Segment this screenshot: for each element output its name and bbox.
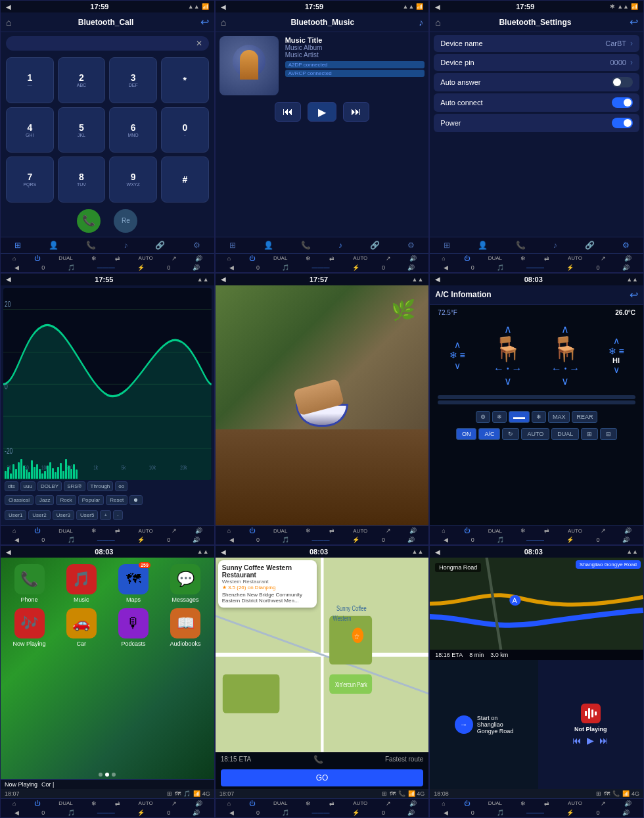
recirculate-btn[interactable]: ↻	[502, 428, 519, 440]
nav-link-icon[interactable]: 🔗	[152, 239, 168, 251]
recir-climate[interactable]: ↗	[172, 255, 177, 262]
snow-climate[interactable]: ❄	[91, 255, 97, 262]
auto-climate[interactable]: AUTO	[139, 255, 153, 261]
nav-link-icon-2[interactable]: 🔗	[367, 239, 382, 251]
popular-btn[interactable]: Popular	[78, 495, 104, 505]
play-pause-btn[interactable]: ▶	[587, 735, 594, 746]
right-arrow-r[interactable]: →	[569, 363, 580, 375]
app-audiobooks[interactable]: 📖 Audiobooks	[162, 608, 208, 647]
up-arrow-left[interactable]: ∧	[454, 339, 461, 350]
nav-phone-icon-2[interactable]: 📞	[298, 239, 313, 251]
vol-2[interactable]: 🔊	[409, 255, 417, 262]
setting-auto-connect[interactable]: Auto connect	[434, 93, 639, 112]
search-bar[interactable]: ✕	[6, 36, 209, 51]
back-btn-3[interactable]: ↩	[630, 16, 638, 28]
down-arrow-left[interactable]: ∨	[454, 360, 461, 371]
dial-5[interactable]: 5JKL	[58, 107, 106, 153]
dial-8[interactable]: 8TUV	[58, 156, 106, 203]
nav-music-icon-2[interactable]: ♪	[336, 239, 345, 251]
nav-user-icon-2[interactable]: 👤	[261, 239, 276, 251]
dual-btn[interactable]: DUAL	[551, 428, 579, 440]
back-arrow-4[interactable]: ◀	[6, 276, 11, 283]
back-btn-6[interactable]: ↩	[630, 289, 638, 301]
back-arrow-7[interactable]: ◀	[6, 548, 11, 556]
dial-6[interactable]: 6MNO	[109, 107, 157, 153]
nav-grid-icon-2[interactable]: ⊞	[227, 239, 239, 251]
dial-7[interactable]: 7PQRS	[6, 156, 54, 203]
back-arrow-3[interactable]: ◀	[435, 3, 440, 11]
forward-btn[interactable]: ⏭	[599, 735, 609, 746]
dial-1[interactable]: 1—	[6, 57, 54, 103]
call-venue-btn[interactable]: 📞	[313, 755, 323, 764]
redial-button[interactable]: Re	[114, 209, 137, 233]
home-icon-1[interactable]: ⌂	[6, 17, 11, 28]
left-arrow-r[interactable]: ←	[551, 363, 562, 375]
dot-1[interactable]	[99, 773, 103, 777]
search-input[interactable]	[12, 39, 196, 47]
dot-3[interactable]	[112, 773, 116, 777]
dual-climate[interactable]: DUAL	[58, 255, 72, 261]
dial-star[interactable]: *	[161, 57, 209, 103]
setting-auto-answer[interactable]: Auto answer	[434, 73, 639, 91]
next-button[interactable]: ⏭	[343, 102, 369, 122]
through-btn[interactable]: Through	[87, 481, 114, 491]
power-toggle[interactable]	[612, 118, 633, 128]
extra-btn[interactable]: oo	[115, 481, 127, 491]
jazz-btn[interactable]: Jazz	[35, 495, 54, 505]
clear-icon[interactable]: ✕	[196, 39, 202, 48]
settings-ctrl[interactable]: ⚙	[476, 411, 490, 423]
add-preset-btn[interactable]: +	[100, 510, 111, 520]
dial-4[interactable]: 4GHI	[6, 107, 54, 153]
fan-2[interactable]: ⇄	[329, 255, 334, 262]
fan-ctrl[interactable]: ❄	[492, 411, 507, 423]
nav-phone-3[interactable]: 📞	[513, 239, 528, 251]
nav-map[interactable]: ☆ Sunny Coffee Western Xin'ercun Park Su…	[216, 558, 429, 752]
power-2[interactable]: ⏻	[249, 255, 255, 262]
nav-grid-icon[interactable]: ⊞	[12, 239, 24, 251]
level-ctrl[interactable]: ▬▬	[509, 411, 530, 423]
video-player[interactable]: 🌿	[216, 285, 429, 526]
app-music[interactable]: 🎵 Music	[58, 564, 104, 603]
up-arrow-right[interactable]: ∧	[613, 335, 620, 346]
nav-music-icon[interactable]: ♪	[121, 239, 130, 251]
prev-button[interactable]: ⏮	[275, 102, 301, 122]
nav-music-3[interactable]: ♪	[551, 239, 560, 251]
nav-settings-icon-2[interactable]: ⚙	[405, 239, 417, 251]
vol-climate[interactable]: 🔊	[195, 255, 202, 262]
nav-settings-icon[interactable]: ⚙	[191, 239, 203, 251]
app-car[interactable]: 🚗 Car	[58, 608, 104, 647]
setting-device-pin[interactable]: Device pin 0000 ›	[434, 54, 639, 71]
dolby-btn[interactable]: DOLBY	[37, 481, 62, 491]
rock-btn[interactable]: Rock	[56, 495, 76, 505]
max-ctrl[interactable]: MAX	[548, 411, 570, 423]
dial-2[interactable]: 2ABC	[58, 57, 106, 103]
setting-power[interactable]: Power	[434, 114, 639, 132]
user1-btn[interactable]: User1	[5, 510, 26, 520]
auto-answer-toggle[interactable]	[612, 77, 633, 87]
play-button[interactable]: ▶	[308, 102, 336, 122]
dial-hash[interactable]: #	[161, 156, 209, 203]
auto-btn[interactable]: AUTO	[521, 428, 549, 440]
down-btn-left[interactable]: ∨	[504, 375, 512, 387]
home-climate[interactable]: ⌂	[12, 255, 16, 262]
classical-btn[interactable]: Classical	[5, 495, 34, 505]
power-climate[interactable]: ⏻	[34, 255, 40, 262]
app-phone[interactable]: 📞 Phone	[6, 564, 53, 603]
slider-1[interactable]	[438, 395, 635, 399]
dial-3[interactable]: 3DEF	[109, 57, 157, 103]
back-arrow-2[interactable]: ◀	[221, 3, 226, 11]
toggle-eq-btn[interactable]: ⏺	[129, 495, 143, 505]
go-button[interactable]: GO	[221, 769, 424, 786]
setting-device-name[interactable]: Device name CarBT ›	[434, 35, 639, 52]
app-maps[interactable]: 🗺 259 Maps	[110, 564, 156, 603]
ac-btn[interactable]: A/C	[478, 428, 500, 440]
snow-2[interactable]: ❄	[306, 255, 311, 262]
snowflake-ctrl[interactable]: ❄	[532, 411, 546, 423]
defrost-btn[interactable]: ⊞	[581, 428, 598, 440]
slider-2[interactable]	[438, 400, 635, 404]
user2-btn[interactable]: User2	[28, 510, 50, 520]
dts-btn[interactable]: dts	[5, 481, 18, 491]
remove-preset-btn[interactable]: -	[113, 510, 123, 520]
nav-link-3[interactable]: 🔗	[582, 239, 597, 251]
dial-0[interactable]: 0-	[161, 107, 209, 153]
